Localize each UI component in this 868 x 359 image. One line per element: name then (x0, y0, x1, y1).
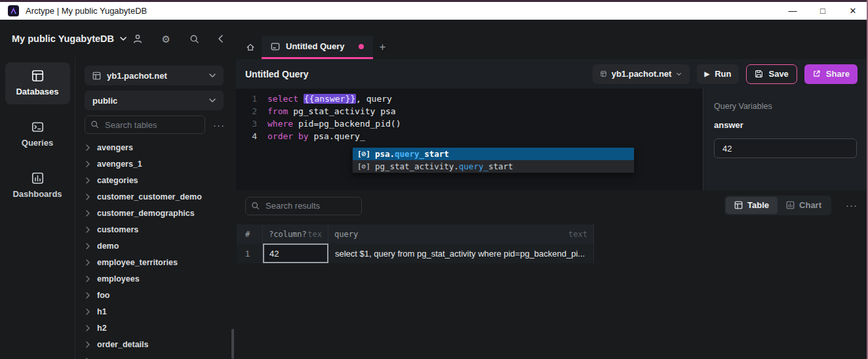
settings-gear-icon[interactable]: ⚙ (162, 34, 170, 44)
query-variables-title: Query Variables (714, 102, 856, 111)
chevron-right-icon (86, 325, 90, 331)
table-list-item[interactable]: h2 (76, 320, 236, 336)
chevron-down-icon (677, 72, 681, 76)
home-tab-button[interactable] (242, 39, 259, 56)
column-type: text (568, 230, 587, 239)
search-icon (90, 120, 99, 129)
results-section: Table Chart ··· # ?column? tex quer (236, 190, 867, 359)
sidebar-item-label: Dashboards (5, 189, 70, 199)
table-list-item[interactable]: customers (76, 221, 236, 238)
query-connection-select[interactable]: yb1.pachot.net (593, 64, 690, 84)
chevron-down-icon (120, 37, 127, 41)
window-titlebar: Arctype | My public YugabyteDB — □ ✕ (0, 0, 868, 20)
unsaved-dot (359, 44, 364, 49)
tables-more-button[interactable]: ··· (213, 120, 225, 130)
chevron-right-icon (86, 341, 90, 348)
chevron-right-icon (86, 144, 90, 151)
view-toggle: Table Chart (724, 196, 831, 215)
cell-column1[interactable]: 42 (263, 243, 328, 263)
tables-list: avengers avengers_1 categories customer_… (76, 139, 236, 359)
table-list-item[interactable]: employee_territories (76, 254, 236, 270)
sidebar-item-label: Queries (5, 138, 70, 148)
column-header[interactable]: query text (328, 224, 594, 243)
search-icon[interactable] (189, 34, 199, 44)
line-number: 4 (236, 130, 257, 142)
save-icon (755, 70, 763, 78)
variable-value-input[interactable] (714, 138, 857, 158)
chevron-right-icon (86, 226, 90, 233)
schema-browser-panel: yb1.pachot.net public ··· avengers aveng… (76, 58, 236, 359)
table-list-item[interactable]: avengers (76, 139, 236, 156)
table-list-item[interactable]: avengers_1 (76, 156, 236, 172)
chevron-right-icon (86, 259, 90, 266)
field-icon: [⊘] (357, 162, 370, 171)
table-row: 1 42 select $1, query from pg_stat_activ… (237, 243, 594, 263)
index-column-header[interactable]: # (237, 224, 263, 243)
maximize-button[interactable]: □ (808, 2, 838, 20)
main-area: Untitled Query + Untitled Query yb1.pach… (236, 20, 867, 359)
column-header[interactable]: ?column? tex (263, 224, 328, 243)
tab-untitled-query[interactable]: Untitled Query (262, 36, 373, 59)
new-tab-button[interactable]: + (373, 37, 393, 57)
table-list-item[interactable]: customer_demographics (76, 205, 236, 221)
results-more-button[interactable]: ··· (846, 200, 858, 210)
user-icon[interactable] (132, 33, 143, 44)
code-line: 2 from pg_stat_activity psa (236, 105, 703, 117)
view-chart-button[interactable]: Chart (778, 197, 830, 214)
scrollbar-thumb[interactable] (231, 329, 234, 359)
window-title: Arctype | My public YugabyteDB (26, 6, 147, 16)
table-list-item[interactable]: categories (76, 172, 236, 188)
sidebar-item-queries[interactable]: Queries (5, 114, 70, 156)
schema-select[interactable]: public (85, 91, 224, 110)
connection-name: yb1.pachot.net (107, 71, 167, 81)
code-line-active: 4 order by psa.query_ (236, 130, 703, 142)
chevron-right-icon (86, 276, 90, 282)
save-button[interactable]: Save (746, 64, 797, 84)
tab-label: Untitled Query (286, 41, 345, 53)
queries-icon (5, 121, 70, 133)
table-list-item[interactable]: h1 (76, 303, 236, 320)
share-button[interactable]: Share (804, 64, 858, 84)
row-index[interactable]: 1 (237, 243, 263, 263)
search-results-input[interactable] (245, 197, 362, 215)
table-list-item[interactable]: demo (76, 238, 236, 254)
table-list-item[interactable]: order_details (76, 336, 236, 352)
chevron-right-icon (86, 161, 90, 167)
query-tab-icon (271, 42, 280, 51)
close-button[interactable]: ✕ (838, 2, 868, 20)
minimize-button[interactable]: — (778, 2, 808, 20)
query-variables-panel: Query Variables answer (703, 89, 867, 190)
play-icon: ▶ (705, 71, 710, 77)
dashboards-icon (5, 172, 70, 184)
sql-editor[interactable]: 1 select {{answer}}, query 2 from pg_sta… (236, 89, 703, 190)
autocomplete-item[interactable]: [⊘] pg_stat_activity.query_start (353, 160, 634, 173)
template-variable: {{answer}} (304, 94, 356, 104)
chevron-down-icon (209, 74, 216, 77)
autocomplete-item-selected[interactable]: [⊘] psa.query_start (353, 148, 634, 160)
connection-select[interactable]: yb1.pachot.net (85, 66, 224, 85)
sidebar-item-databases[interactable]: Databases (5, 62, 70, 104)
table-list-item[interactable]: customer_customer_demo (76, 188, 236, 205)
table-list-item[interactable]: employees (76, 270, 236, 287)
query-title: Untitled Query (245, 69, 308, 79)
run-button[interactable]: ▶ Run (697, 64, 740, 84)
column-type: tex (307, 230, 322, 239)
variable-name: answer (714, 120, 856, 130)
collapse-sidebar-icon[interactable] (218, 35, 223, 43)
view-table-button[interactable]: Table (726, 197, 778, 214)
table-list-item-partial[interactable] (76, 352, 236, 359)
code-line: 3 where pid=pg_backend_pid() (236, 117, 703, 130)
sidebar-item-dashboards[interactable]: Dashboards (5, 165, 70, 207)
chevron-right-icon (86, 308, 90, 315)
workspace-bar: My public YugabyteDB ⚙ (0, 20, 236, 58)
cell-query[interactable]: select $1, query from pg_stat_activity w… (328, 243, 594, 263)
search-tables-input[interactable] (85, 116, 205, 134)
table-grid-icon (92, 72, 101, 80)
workspace-switcher[interactable]: My public YugabyteDB (12, 33, 127, 44)
table-grid-icon (601, 70, 606, 78)
table-list-item[interactable]: foo (76, 287, 236, 303)
selected-cell[interactable]: 42 (263, 243, 328, 263)
search-icon (251, 201, 260, 210)
chevron-right-icon (86, 210, 90, 217)
autocomplete-popup: [⊘] psa.query_start [⊘] pg_stat_activity… (352, 147, 635, 173)
